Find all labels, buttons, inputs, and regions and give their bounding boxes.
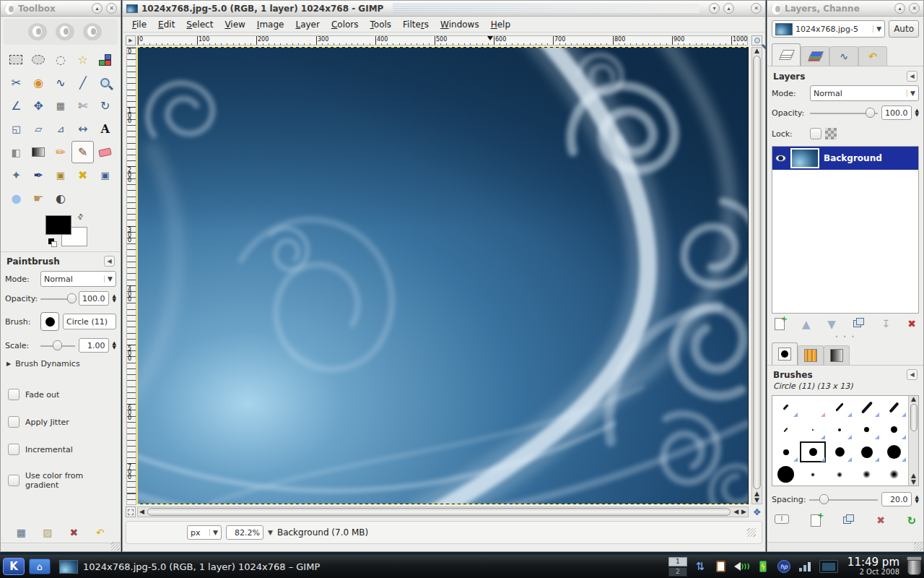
- tab-brushes[interactable]: [772, 342, 798, 365]
- shade-button[interactable]: ▴: [92, 3, 103, 14]
- resize-grip[interactable]: [747, 528, 756, 537]
- opacity-slider[interactable]: [40, 293, 75, 304]
- shade-button[interactable]: ▴: [894, 3, 905, 14]
- tool-scissors-select[interactable]: ✂: [5, 72, 27, 94]
- brush-item[interactable]: [799, 463, 826, 486]
- brush-item-selected[interactable]: [799, 441, 826, 463]
- reset-options-button[interactable]: ↶: [92, 524, 109, 541]
- tool-eraser[interactable]: [94, 141, 116, 163]
- menu-image[interactable]: Image: [252, 18, 289, 31]
- canvas-menu-button[interactable]: ▶: [126, 35, 136, 46]
- tool-clone[interactable]: ▣: [50, 164, 72, 186]
- signal-strength-icon[interactable]: [797, 558, 813, 574]
- vertical-scrollbar[interactable]: ▲ ▲ ▼: [751, 47, 762, 504]
- apply-jitter-checkbox[interactable]: [8, 416, 19, 428]
- new-brush-button[interactable]: +: [811, 514, 821, 527]
- tool-foreground-select[interactable]: ◉: [27, 72, 50, 94]
- image-selector[interactable]: 1024x768.jpg-5 ▼: [772, 20, 885, 38]
- brush-grid-scrollbar[interactable]: ▲ ▲ ▼: [908, 396, 918, 486]
- brush-item[interactable]: [827, 463, 853, 486]
- tool-heal[interactable]: ✖: [71, 164, 94, 186]
- menu-view[interactable]: View: [219, 18, 250, 31]
- image-window-titlebar[interactable]: 1024x768.jpg-5.0 (RGB, 1 layer) 1024x768…: [123, 1, 765, 17]
- scale-spinner[interactable]: ▲▼: [113, 341, 116, 350]
- tab-channels[interactable]: [801, 46, 829, 66]
- tool-rotate[interactable]: ↻: [94, 95, 116, 117]
- menu-layer[interactable]: Layer: [290, 18, 324, 31]
- tool-bucket-fill[interactable]: ◧: [5, 141, 27, 163]
- foreground-color-swatch[interactable]: [45, 215, 71, 235]
- visibility-eye-icon[interactable]: [775, 155, 786, 162]
- layer-opacity-spinner[interactable]: ▲▼: [915, 108, 919, 117]
- brush-item[interactable]: [772, 396, 799, 418]
- resize-grip[interactable]: [111, 542, 120, 551]
- horizontal-scrollbar[interactable]: ◀ ◀ ▶: [137, 506, 749, 517]
- close-icon[interactable]: ✕: [751, 3, 762, 14]
- auto-button[interactable]: Auto: [889, 20, 919, 38]
- maximize-button[interactable]: ▴: [723, 3, 734, 14]
- pager-desktop-1[interactable]: 1: [668, 557, 687, 566]
- menu-windows[interactable]: Windows: [435, 18, 484, 31]
- close-icon[interactable]: ✕: [106, 3, 117, 14]
- tool-gradient[interactable]: [27, 141, 50, 163]
- scroll-left-icon[interactable]: ◀: [732, 509, 740, 515]
- file-transfer-icon[interactable]: ⇅: [692, 558, 708, 574]
- scroll-down-icon[interactable]: ▼: [753, 497, 761, 504]
- vertical-ruler[interactable]: 0 100 200 300 400 500 600 700: [126, 47, 136, 505]
- brush-item[interactable]: [853, 418, 880, 441]
- default-colors-icon[interactable]: [48, 238, 57, 247]
- anchor-layer-button[interactable]: ↧: [882, 318, 891, 331]
- scale-value[interactable]: 1.00: [79, 338, 109, 353]
- brush-dynamics-expander[interactable]: ▶ Brush Dynamics: [1, 355, 121, 373]
- brush-item[interactable]: [881, 418, 907, 441]
- swap-colors-icon[interactable]: ⇄: [75, 212, 85, 222]
- use-color-from-gradient-checkbox[interactable]: [8, 475, 19, 486]
- unit-select[interactable]: px ▼: [187, 525, 222, 540]
- incremental-checkbox[interactable]: [8, 444, 19, 455]
- delete-layer-button[interactable]: ✖: [907, 318, 916, 331]
- tool-free-select[interactable]: ◌: [50, 48, 72, 71]
- tool-paths[interactable]: ∿: [50, 72, 72, 94]
- tool-rect-select[interactable]: [5, 48, 27, 71]
- brush-item[interactable]: [881, 463, 907, 486]
- zoom-chevron-icon[interactable]: ▼: [268, 529, 273, 536]
- layer-name[interactable]: Background: [824, 153, 882, 163]
- lower-layer-button[interactable]: ▼: [827, 318, 836, 331]
- tool-flip[interactable]: ↔: [71, 118, 94, 140]
- canvas-image[interactable]: [138, 48, 748, 504]
- tool-perspective-clone[interactable]: ▣: [94, 164, 116, 186]
- panel-collapse-icon[interactable]: ◀: [104, 256, 115, 267]
- raise-layer-button[interactable]: ▲: [802, 318, 811, 331]
- layer-opacity-value[interactable]: 100.0: [881, 105, 912, 120]
- tool-blur-sharpen[interactable]: ●: [5, 187, 27, 210]
- use-color-from-gradient-row[interactable]: Use color from gradient: [1, 471, 121, 490]
- brush-item[interactable]: [799, 418, 826, 441]
- duplicate-layer-button[interactable]: [853, 318, 865, 328]
- spacing-spinner[interactable]: ▲▼: [915, 495, 919, 504]
- layer-row-background[interactable]: Background: [772, 147, 918, 170]
- opacity-spinner[interactable]: ▲▼: [113, 294, 116, 303]
- layers-titlebar[interactable]: Layers, Channe ▴ ✕: [767, 1, 923, 17]
- tool-align[interactable]: ▦: [50, 95, 72, 117]
- brush-item[interactable]: [853, 441, 880, 463]
- menu-edit[interactable]: Edit: [153, 18, 180, 31]
- delete-brush-button[interactable]: ✖: [876, 514, 885, 527]
- tool-select-by-color[interactable]: [94, 48, 116, 71]
- menu-filters[interactable]: Filters: [398, 18, 434, 31]
- menu-tools[interactable]: Tools: [365, 18, 397, 31]
- desktop-pager[interactable]: 1 2: [668, 557, 687, 577]
- tool-crop[interactable]: ✄: [71, 95, 94, 117]
- tool-zoom[interactable]: [94, 72, 116, 94]
- hscroll-thumb[interactable]: [147, 508, 731, 516]
- tool-fuzzy-select[interactable]: ☆: [71, 48, 94, 71]
- tool-pencil[interactable]: ✏: [50, 141, 72, 163]
- scroll-down-icon[interactable]: ▼: [910, 479, 918, 486]
- tool-airbrush[interactable]: ✦: [5, 164, 27, 186]
- apply-jitter-row[interactable]: Apply Jitter: [1, 416, 121, 428]
- zoom-field[interactable]: 82.2%: [226, 525, 263, 540]
- menu-colors[interactable]: Colors: [326, 18, 364, 31]
- close-icon[interactable]: ✕: [909, 3, 920, 14]
- opacity-value[interactable]: 100.0: [79, 291, 109, 306]
- spacing-value[interactable]: 20.0: [881, 492, 912, 506]
- vscroll-thumb[interactable]: [753, 56, 761, 489]
